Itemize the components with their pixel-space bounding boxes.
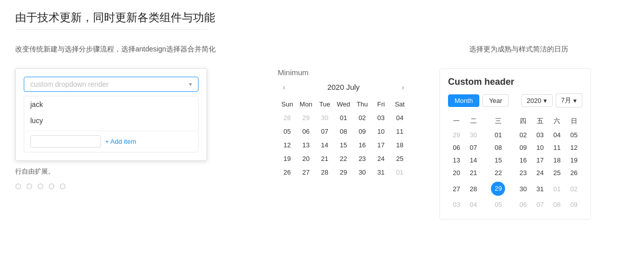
icon-link[interactable]: ⬡: [26, 182, 32, 190]
table-row[interactable]: 30: [465, 129, 482, 141]
table-row[interactable]: 11: [549, 141, 566, 154]
table-row[interactable]: 30: [515, 179, 532, 198]
table-row[interactable]: 01: [482, 129, 515, 141]
table-row[interactable]: 16: [515, 154, 532, 167]
table-row[interactable]: 27: [296, 165, 315, 179]
table-row[interactable]: 05: [482, 198, 515, 211]
icon-more[interactable]: ⬡: [60, 182, 66, 190]
cal-prev-button[interactable]: ‹: [280, 83, 288, 91]
table-row[interactable]: 13: [448, 154, 465, 167]
table-row[interactable]: 28: [315, 165, 334, 179]
icon-share[interactable]: ⬡: [15, 182, 21, 190]
dropdown-item-jack[interactable]: jack: [24, 96, 198, 113]
table-row[interactable]: 14: [465, 154, 482, 167]
table-row[interactable]: 23: [515, 167, 532, 179]
table-row[interactable]: 31: [372, 165, 390, 179]
table-row[interactable]: 06: [448, 141, 465, 154]
table-row[interactable]: 01: [549, 179, 566, 198]
table-row[interactable]: 07: [531, 198, 549, 211]
simple-calendar: ‹ 2020 July › Sun Mon Tue Wed Thu Fri Sa…: [278, 83, 409, 179]
table-row[interactable]: 22: [482, 167, 515, 179]
table-row[interactable]: 26: [565, 167, 582, 179]
icon-edit[interactable]: ⬡: [37, 182, 43, 190]
table-row[interactable]: 29: [448, 129, 465, 141]
table-row[interactable]: 08: [482, 141, 515, 154]
cal-next-button[interactable]: ›: [399, 83, 407, 91]
table-row[interactable]: 17: [372, 138, 390, 152]
table-row[interactable]: 03: [448, 198, 465, 211]
tab-month-button[interactable]: Month: [448, 94, 479, 107]
table-row[interactable]: 24: [531, 167, 549, 179]
table-row[interactable]: 21: [465, 167, 482, 179]
table-row[interactable]: 22: [334, 152, 353, 165]
table-row[interactable]: 30: [315, 111, 334, 125]
table-row[interactable]: 29: [296, 111, 315, 125]
table-row[interactable]: 09: [353, 125, 372, 138]
table-row[interactable]: 25: [549, 167, 566, 179]
table-row[interactable]: 05: [278, 125, 296, 138]
table-row[interactable]: 06: [296, 125, 315, 138]
table-row[interactable]: 21: [315, 152, 334, 165]
table-row[interactable]: 30: [353, 165, 372, 179]
table-row[interactable]: 17: [531, 154, 549, 167]
table-row[interactable]: 04: [465, 198, 482, 211]
tab-year-button[interactable]: Year: [482, 94, 509, 107]
table-row[interactable]: 01: [390, 165, 409, 179]
icon-copy[interactable]: ⬡: [48, 182, 55, 190]
left-subtitle: 改变传统新建与选择分步骤流程，选择antdesign选择器合并简化: [15, 45, 322, 54]
table-row[interactable]: 11: [390, 125, 409, 138]
table-row[interactable]: 20: [448, 167, 465, 179]
weekday-mon: Mon: [296, 97, 315, 111]
table-row[interactable]: 09: [515, 141, 532, 154]
table-row[interactable]: 23: [353, 152, 372, 165]
table-row[interactable]: 08: [334, 125, 353, 138]
table-row[interactable]: 07: [465, 141, 482, 154]
cal-header: ‹ 2020 July ›: [278, 83, 409, 91]
table-row[interactable]: 24: [372, 152, 390, 165]
table-row[interactable]: 08: [549, 198, 566, 211]
table-row[interactable]: 02: [565, 179, 582, 198]
table-row[interactable]: 02: [353, 111, 372, 125]
table-row[interactable]: 05: [565, 129, 582, 141]
table-row[interactable]: 01: [334, 111, 353, 125]
table-row[interactable]: 28: [278, 111, 296, 125]
table-row[interactable]: 10: [372, 125, 390, 138]
add-item-input[interactable]: [30, 135, 101, 148]
table-row[interactable]: 25: [390, 152, 409, 165]
table-row[interactable]: 31: [531, 179, 549, 198]
table-row[interactable]: 19: [565, 154, 582, 167]
dropdown-item-lucy[interactable]: lucy: [24, 113, 198, 129]
table-row[interactable]: 09: [565, 198, 582, 211]
table-row[interactable]: 15: [482, 154, 515, 167]
table-row[interactable]: 03: [372, 111, 390, 125]
table-row[interactable]: 13: [296, 138, 315, 152]
year-select[interactable]: 2020 ▾: [521, 94, 553, 107]
table-row[interactable]: 12: [278, 138, 296, 152]
table-row[interactable]: 14: [315, 138, 334, 152]
table-row[interactable]: 27: [448, 179, 465, 198]
add-item-button[interactable]: + Add item: [105, 138, 136, 145]
table-row[interactable]: 03: [531, 129, 549, 141]
table-row[interactable]: 07: [315, 125, 334, 138]
table-row[interactable]: 12: [565, 141, 582, 154]
table-row[interactable]: 10: [531, 141, 549, 154]
table-row[interactable]: 28: [465, 179, 482, 198]
table-row[interactable]: 18: [549, 154, 566, 167]
table-row[interactable]: 15: [334, 138, 353, 152]
month-select[interactable]: 7月 ▾: [556, 93, 582, 107]
table-row[interactable]: 19: [278, 152, 296, 165]
page-title: 由于技术更新，同时更新各类组件与功能: [15, 10, 629, 25]
cwd-wed: 三: [482, 114, 515, 129]
table-row[interactable]: 04: [390, 111, 409, 125]
table-row[interactable]: 18: [390, 138, 409, 152]
table-row[interactable]: 29: [482, 179, 515, 198]
table-row[interactable]: 16: [353, 138, 372, 152]
table-row[interactable]: 06: [515, 198, 532, 211]
table-row[interactable]: 02: [515, 129, 532, 141]
table-row[interactable]: 04: [549, 129, 566, 141]
table-row[interactable]: 29: [334, 165, 353, 179]
dropdown-trigger[interactable]: custom dropdown render ▾: [24, 77, 199, 92]
table-row[interactable]: 20: [296, 152, 315, 165]
table-row[interactable]: 26: [278, 165, 296, 179]
cwd-mon: 一: [448, 114, 465, 129]
